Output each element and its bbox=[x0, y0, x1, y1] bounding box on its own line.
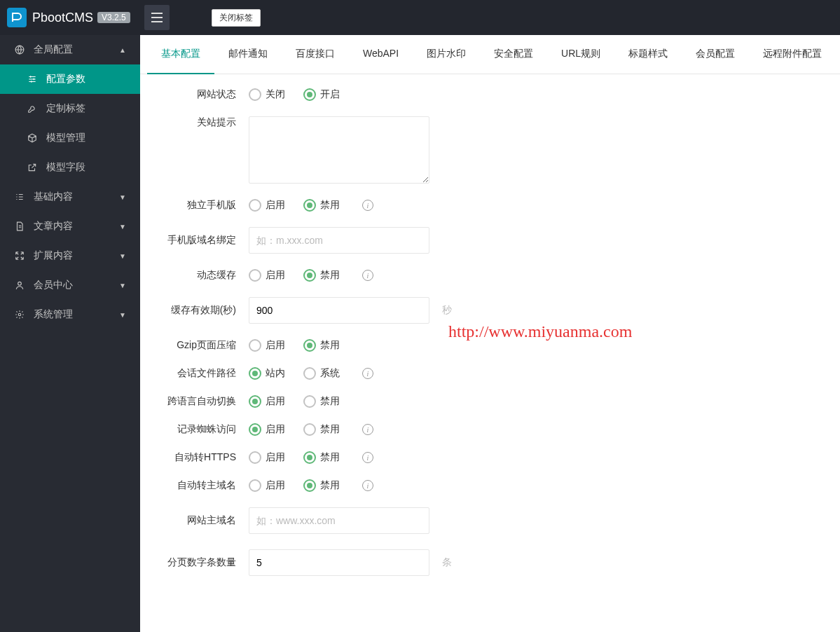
gear-icon bbox=[14, 310, 25, 320]
sidebar-item-label: 模型管理 bbox=[46, 132, 85, 144]
form-label: Gzip页面压缩 bbox=[147, 339, 249, 352]
sidebar-item-label: 模型字段 bbox=[46, 161, 85, 174]
radio-enable[interactable]: 启用 bbox=[249, 199, 285, 212]
sidebar-subitem-2[interactable]: 模型管理 bbox=[0, 123, 140, 153]
radio-site[interactable]: 站内 bbox=[249, 367, 285, 380]
sidebar-item-4[interactable]: 系统管理▼ bbox=[0, 300, 140, 329]
info-icon[interactable]: i bbox=[362, 368, 373, 379]
tab-2[interactable]: 百度接口 bbox=[282, 35, 349, 74]
form-label: 独立手机版 bbox=[147, 199, 249, 212]
form-label: 动态缓存 bbox=[147, 269, 249, 282]
sidebar-item-1[interactable]: 文章内容▼ bbox=[0, 212, 140, 241]
user-icon bbox=[14, 280, 25, 290]
config-form: 网站状态关闭开启关站提示独立手机版启用禁用i手机版域名绑定动态缓存启用禁用i缓存… bbox=[140, 74, 840, 605]
sidebar-item-label: 配置参数 bbox=[46, 73, 85, 85]
tab-5[interactable]: 安全配置 bbox=[480, 35, 547, 74]
radio-other[interactable]: 禁用 bbox=[303, 269, 340, 282]
svg-point-1 bbox=[18, 282, 22, 285]
sidebar-item-global[interactable]: 全局配置 ▲ bbox=[0, 35, 140, 64]
tabs-bar: 基本配置邮件通知百度接口WebAPI图片水印安全配置URL规则标题样式会员配置远… bbox=[140, 35, 840, 74]
list-icon bbox=[14, 192, 25, 202]
tab-4[interactable]: 图片水印 bbox=[413, 35, 480, 74]
radio-enable[interactable]: 启用 bbox=[249, 339, 285, 352]
tab-3[interactable]: WebAPI bbox=[349, 35, 413, 74]
external-icon bbox=[27, 163, 38, 172]
radio-enable[interactable]: 启用 bbox=[249, 269, 285, 282]
form-label: 记录蜘蛛访问 bbox=[147, 423, 249, 436]
form-label: 自动转主域名 bbox=[147, 479, 249, 492]
text-input[interactable] bbox=[249, 507, 429, 534]
version-badge: V3.2.5 bbox=[97, 12, 130, 23]
radio-other[interactable]: 禁用 bbox=[303, 339, 340, 352]
sidebar-item-label: 扩展内容 bbox=[34, 249, 73, 262]
sidebar-item-label: 文章内容 bbox=[34, 220, 73, 233]
info-icon[interactable]: i bbox=[362, 424, 373, 435]
chevron-down-icon: ▼ bbox=[119, 252, 126, 260]
input-suffix: 秒 bbox=[442, 304, 452, 317]
form-label: 分页数字条数量 bbox=[147, 556, 249, 569]
radio-enable[interactable]: 启用 bbox=[249, 395, 285, 408]
info-icon[interactable]: i bbox=[362, 452, 373, 463]
form-label: 缓存有效期(秒) bbox=[147, 304, 249, 317]
radio-other[interactable]: 禁用 bbox=[303, 199, 340, 212]
radio-other[interactable]: 开启 bbox=[303, 88, 340, 101]
tab-0[interactable]: 基本配置 bbox=[147, 35, 214, 74]
input-suffix: 条 bbox=[442, 556, 452, 569]
text-input[interactable] bbox=[249, 549, 429, 576]
radio-other[interactable]: 禁用 bbox=[303, 395, 340, 408]
sidebar-item-label: 基础内容 bbox=[34, 191, 73, 203]
radio-other[interactable]: 禁用 bbox=[303, 451, 340, 464]
tab-1[interactable]: 邮件通知 bbox=[214, 35, 282, 74]
form-label: 自动转HTTPS bbox=[147, 451, 249, 464]
sidebar-item-3[interactable]: 会员中心▼ bbox=[0, 270, 140, 300]
tab-9[interactable]: 远程附件配置 bbox=[749, 35, 836, 74]
sidebar-item-label: 全局配置 bbox=[34, 43, 73, 56]
form-label: 网站状态 bbox=[147, 88, 249, 101]
sidebar: 全局配置 ▲ 配置参数定制标签模型管理模型字段 基础内容▼文章内容▼扩展内容▼会… bbox=[0, 35, 140, 632]
sidebar-item-label: 定制标签 bbox=[46, 102, 85, 115]
form-label: 会话文件路径 bbox=[147, 367, 249, 380]
radio-enable[interactable]: 启用 bbox=[249, 479, 285, 492]
chevron-down-icon: ▼ bbox=[119, 311, 126, 319]
radio-other[interactable]: 禁用 bbox=[303, 423, 340, 436]
doc-icon bbox=[14, 221, 25, 231]
text-input[interactable] bbox=[249, 297, 429, 324]
svg-point-2 bbox=[18, 313, 21, 316]
sidebar-item-0[interactable]: 基础内容▼ bbox=[0, 182, 140, 212]
expand-icon bbox=[14, 251, 25, 261]
info-icon[interactable]: i bbox=[362, 480, 373, 491]
cube-icon bbox=[27, 133, 38, 143]
tab-8[interactable]: 会员配置 bbox=[682, 35, 749, 74]
form-label: 手机版域名绑定 bbox=[147, 234, 249, 247]
wrench-icon bbox=[27, 104, 38, 114]
logo-area: PbootCMS V3.2.5 bbox=[7, 8, 140, 27]
logo-icon bbox=[7, 8, 27, 27]
sidebar-item-2[interactable]: 扩展内容▼ bbox=[0, 241, 140, 270]
chevron-down-icon: ▼ bbox=[119, 193, 126, 201]
sidebar-subitem-0[interactable]: 配置参数 bbox=[0, 64, 140, 94]
menu-toggle-button[interactable] bbox=[144, 5, 170, 30]
form-label: 关站提示 bbox=[147, 116, 249, 129]
sidebar-subitem-3[interactable]: 模型字段 bbox=[0, 153, 140, 182]
radio-close[interactable]: 关闭 bbox=[249, 88, 285, 101]
tab-6[interactable]: URL规则 bbox=[547, 35, 614, 74]
sidebar-subitem-1[interactable]: 定制标签 bbox=[0, 94, 140, 123]
chevron-down-icon: ▼ bbox=[119, 223, 126, 231]
radio-enable[interactable]: 启用 bbox=[249, 423, 285, 436]
tab-7[interactable]: 标题样式 bbox=[614, 35, 682, 74]
chevron-down-icon: ▼ bbox=[119, 282, 126, 289]
info-icon[interactable]: i bbox=[362, 270, 373, 281]
close-hint-textarea[interactable] bbox=[249, 116, 429, 184]
form-label: 跨语言自动切换 bbox=[147, 395, 249, 408]
main-content: 基本配置邮件通知百度接口WebAPI图片水印安全配置URL规则标题样式会员配置远… bbox=[140, 35, 840, 632]
close-tabs-button[interactable]: 关闭标签 bbox=[212, 9, 261, 27]
text-input[interactable] bbox=[249, 227, 429, 254]
radio-other[interactable]: 禁用 bbox=[303, 479, 340, 492]
form-label: 网站主域名 bbox=[147, 514, 249, 527]
chevron-up-icon: ▲ bbox=[119, 46, 126, 54]
top-header: PbootCMS V3.2.5 关闭标签 bbox=[0, 0, 840, 35]
radio-enable[interactable]: 启用 bbox=[249, 451, 285, 464]
info-icon[interactable]: i bbox=[362, 200, 373, 211]
sidebar-item-label: 会员中心 bbox=[34, 279, 73, 291]
radio-other[interactable]: 系统 bbox=[303, 367, 340, 380]
